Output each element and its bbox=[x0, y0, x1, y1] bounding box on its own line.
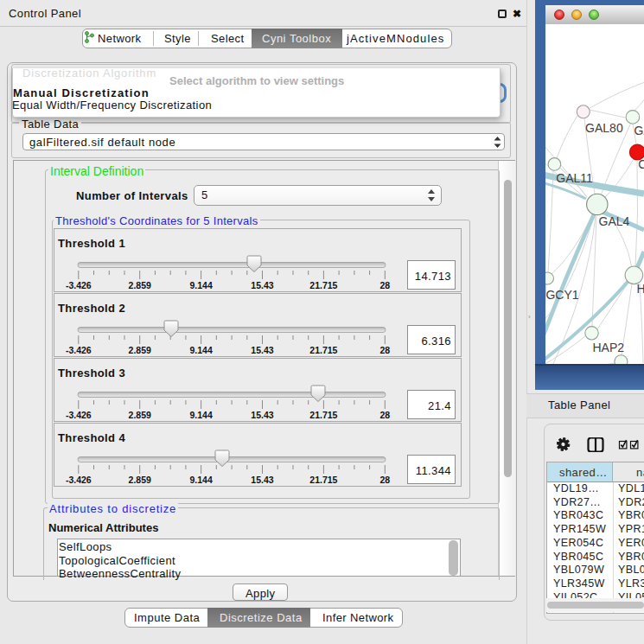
svg-text:HAP2: HAP2 bbox=[593, 341, 625, 354]
svg-text:GAL80: GAL80 bbox=[585, 121, 623, 135]
svg-text:HA: HA bbox=[637, 282, 644, 296]
svg-text:GCY1: GCY1 bbox=[545, 288, 578, 302]
svg-text:GA: GA bbox=[634, 124, 644, 137]
svg-text:GAL4: GAL4 bbox=[599, 214, 630, 228]
svg-text:C: C bbox=[638, 157, 644, 171]
svg-text:GAL11: GAL11 bbox=[556, 171, 593, 185]
